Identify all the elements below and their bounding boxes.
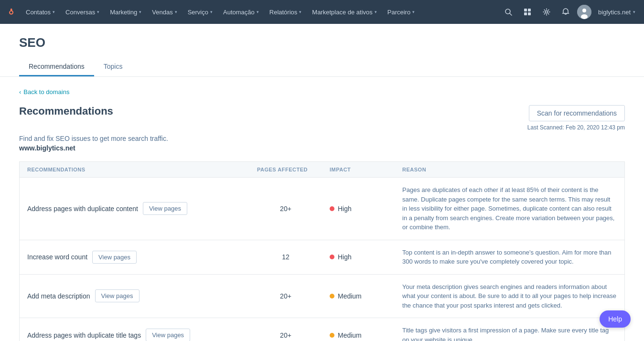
nav-conversas[interactable]: Conversas ▾ <box>61 6 104 19</box>
recommendations-description: Find and fix SEO issues to get more sear… <box>19 135 625 142</box>
chevron-down-icon: ▾ <box>375 10 377 14</box>
tabs: Recommendations Topics <box>19 58 625 76</box>
nav-contatos[interactable]: Contatos ▾ <box>21 6 60 19</box>
recommendations-title: Recommendations <box>19 105 113 117</box>
nav-relatorios[interactable]: Relatórios ▾ <box>265 6 307 19</box>
col-header-recommendations: Recommendations <box>20 162 249 178</box>
view-pages-button[interactable]: View pages <box>143 202 187 215</box>
account-menu[interactable]: biglytics.net ▾ <box>595 7 638 18</box>
chevron-down-icon: ▾ <box>53 10 55 14</box>
impact-dot-medium <box>330 333 334 338</box>
svg-point-9 <box>581 14 588 19</box>
impact-cell: Medium <box>322 274 395 318</box>
col-header-impact: Impact <box>322 162 395 178</box>
impact-label: High <box>338 253 352 261</box>
svg-point-6 <box>546 11 548 13</box>
chevron-down-icon: ▾ <box>175 10 177 14</box>
chevron-down-icon: ▾ <box>257 10 259 14</box>
reason-text: Pages are duplicates of each other if at… <box>402 186 614 231</box>
recommendation-name: Address pages with duplicate title tags <box>27 331 141 339</box>
recommendations-domain: www.biglytics.net <box>19 144 625 152</box>
main-content: SEO Recommendations Topics ‹ Back to dom… <box>0 24 644 341</box>
settings-icon[interactable] <box>539 4 554 20</box>
svg-rect-2 <box>524 9 527 11</box>
chevron-left-icon: ‹ <box>19 88 21 96</box>
reason-cell: Title tags give visitors a first impress… <box>395 318 624 341</box>
nav-vendas[interactable]: Vendas ▾ <box>147 6 182 19</box>
impact-cell: Medium <box>322 318 395 341</box>
chevron-down-icon: ▾ <box>633 10 635 14</box>
table-header-row: Recommendations Pages Affected Impact Re… <box>20 162 625 178</box>
svg-rect-5 <box>528 12 531 15</box>
grid-icon[interactable] <box>520 4 535 20</box>
nav-items: Contatos ▾ Conversas ▾ Marketing ▾ Venda… <box>21 6 501 19</box>
chevron-down-icon: ▾ <box>412 10 415 14</box>
reason-text: Top content is an in-depth answer to som… <box>402 249 612 266</box>
page-body: ‹ Back to domains Recommendations Scan f… <box>0 77 644 341</box>
view-pages-button[interactable]: View pages <box>95 289 140 302</box>
page-header: SEO Recommendations Topics <box>0 24 644 77</box>
pages-affected: 20+ <box>249 274 322 318</box>
chevron-down-icon: ▾ <box>139 10 141 14</box>
nav-actions: biglytics.net ▾ <box>501 4 638 20</box>
col-header-reason: Reason <box>395 162 624 178</box>
reason-cell: Pages are duplicates of each other if at… <box>395 178 624 240</box>
reason-cell: Your meta description gives search engin… <box>395 274 624 318</box>
impact-dot-medium <box>330 294 334 298</box>
scan-for-recommendations-button[interactable]: Scan for recommendations <box>529 105 625 121</box>
recommendation-name: Add meta description <box>27 292 90 300</box>
view-pages-button[interactable]: View pages <box>146 329 190 341</box>
pages-affected: 20+ <box>249 318 322 341</box>
chevron-down-icon: ▾ <box>299 10 301 14</box>
nav-servico[interactable]: Serviço ▾ <box>183 6 217 19</box>
page-title: SEO <box>19 35 625 50</box>
avatar[interactable] <box>577 5 591 19</box>
table-row: Increase word countView pages12HighTop c… <box>20 240 625 274</box>
search-icon[interactable] <box>501 4 516 20</box>
nav-marketplace[interactable]: Marketplace de ativos ▾ <box>307 6 381 19</box>
impact-cell: High <box>322 178 395 240</box>
nav-parceiro[interactable]: Parceiro ▾ <box>383 6 419 19</box>
tab-recommendations[interactable]: Recommendations <box>19 58 94 76</box>
top-navigation: Contatos ▾ Conversas ▾ Marketing ▾ Venda… <box>0 0 644 24</box>
recommendations-header: Recommendations Scan for recommendations… <box>19 105 625 131</box>
impact-label: High <box>338 205 352 213</box>
recommendation-name: Increase word count <box>27 253 87 261</box>
impact-label: Medium <box>338 292 362 300</box>
nav-automacao[interactable]: Automação ▾ <box>218 6 264 19</box>
last-scanned-text: Last Scanned: Feb 20, 2020 12:43 pm <box>527 124 625 131</box>
impact-cell: High <box>322 240 395 274</box>
impact-dot-high <box>330 255 334 259</box>
back-to-domains-link[interactable]: ‹ Back to domains <box>19 88 625 96</box>
chevron-down-icon: ▾ <box>210 10 213 14</box>
reason-text: Title tags give visitors a first impress… <box>402 327 609 341</box>
chevron-down-icon: ▾ <box>97 10 99 14</box>
bell-icon[interactable] <box>558 4 573 20</box>
nav-marketing[interactable]: Marketing ▾ <box>105 6 146 19</box>
reason-cell: Top content is an in-depth answer to som… <box>395 240 624 274</box>
recommendation-name: Address pages with duplicate content <box>27 205 138 213</box>
table-row: Address pages with duplicate title tagsV… <box>20 318 625 341</box>
reason-text: Your meta description gives search engin… <box>402 283 616 309</box>
help-button[interactable]: Help <box>600 310 631 328</box>
impact-label: Medium <box>338 331 362 339</box>
svg-line-1 <box>510 13 512 15</box>
recommendations-table: Recommendations Pages Affected Impact Re… <box>19 161 625 341</box>
table-row: Add meta descriptionView pages20+MediumY… <box>20 274 625 318</box>
view-pages-button[interactable]: View pages <box>92 251 137 264</box>
svg-rect-3 <box>528 9 531 11</box>
svg-point-8 <box>582 9 586 12</box>
col-header-pages: Pages Affected <box>249 162 322 178</box>
pages-affected: 20+ <box>249 178 322 240</box>
tab-topics[interactable]: Topics <box>94 58 132 76</box>
svg-rect-4 <box>524 12 527 15</box>
hubspot-logo[interactable] <box>6 7 16 17</box>
scan-area: Scan for recommendations Last Scanned: F… <box>527 105 625 131</box>
impact-dot-high <box>330 206 334 211</box>
table-row: Address pages with duplicate contentView… <box>20 178 625 240</box>
pages-affected: 12 <box>249 240 322 274</box>
